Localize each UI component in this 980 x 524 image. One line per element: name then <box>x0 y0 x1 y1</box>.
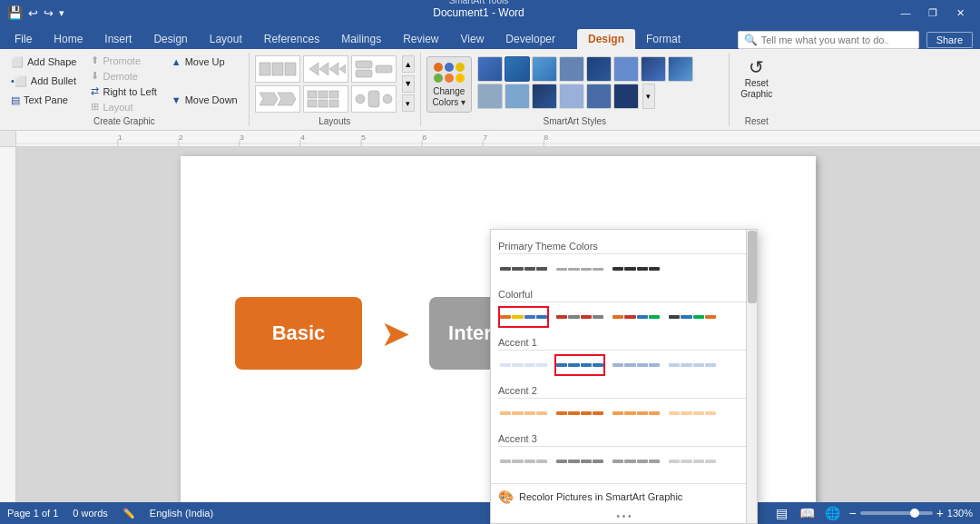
layout-item-6[interactable] <box>351 85 397 113</box>
layout-button[interactable]: ⊞ Layout <box>85 99 162 114</box>
restore-button[interactable]: ❐ <box>920 0 946 25</box>
tab-smartart-design[interactable]: Design <box>577 29 635 49</box>
style-2[interactable] <box>505 56 530 82</box>
demote-button[interactable]: ⬇ Demote <box>85 68 162 84</box>
style-5[interactable] <box>586 56 612 82</box>
move-down-button[interactable]: ▼ Move Down <box>166 91 243 109</box>
read-mode-btn[interactable]: 📖 <box>798 505 816 521</box>
layout-item-1[interactable] <box>255 55 300 83</box>
edit-icon[interactable]: ✏️ <box>122 508 135 519</box>
style-1[interactable] <box>477 56 503 82</box>
zoom-in-btn[interactable]: + <box>936 506 944 520</box>
primary-option-1[interactable] <box>498 258 549 280</box>
save-icon[interactable]: 💾 <box>7 5 23 20</box>
tab-references[interactable]: References <box>253 29 330 49</box>
tab-file[interactable]: File <box>4 29 43 49</box>
move-up-icon: ▲ <box>172 56 181 67</box>
zoom-out-btn[interactable]: − <box>848 506 856 520</box>
tab-insert[interactable]: Insert <box>93 29 142 49</box>
print-layout-btn[interactable]: ▤ <box>772 505 790 521</box>
style-8[interactable] <box>668 56 693 82</box>
svg-text:4: 4 <box>300 133 305 141</box>
smartart-box-basic[interactable]: Basic <box>235 297 362 370</box>
style-4[interactable] <box>559 56 584 82</box>
accent2-option-4[interactable] <box>667 402 718 424</box>
gallery-down-arrow[interactable]: ▼ <box>402 75 415 93</box>
colorful-option-3[interactable] <box>611 306 662 328</box>
reset-graphic-button[interactable]: ↺ ResetGraphic <box>737 53 776 104</box>
colorful-option-2[interactable] <box>554 306 605 328</box>
style-expand-arrow[interactable]: ▾ <box>642 84 655 109</box>
accent3-option-1[interactable] <box>498 450 549 472</box>
dropdown-scrollbar[interactable] <box>746 230 757 523</box>
style-10[interactable] <box>505 84 530 109</box>
accent1-option-4[interactable] <box>667 354 718 376</box>
style-12[interactable] <box>559 84 584 109</box>
style-7[interactable] <box>641 56 666 82</box>
promote-button[interactable]: ⬆ Promote <box>85 53 162 68</box>
ribbon-tabs: File Home Insert Design Layout Reference… <box>0 25 980 49</box>
accent1-option-3[interactable] <box>611 354 662 376</box>
zoom-thumb[interactable] <box>910 509 919 518</box>
style-9[interactable] <box>477 84 503 109</box>
close-button[interactable]: ✕ <box>947 0 973 25</box>
redo-icon[interactable]: ↪ <box>44 6 54 20</box>
add-bullet-button[interactable]: •⬜ Add Bullet <box>5 72 82 90</box>
svg-rect-9 <box>376 65 392 73</box>
search-icon: 🔍 <box>744 34 758 46</box>
right-to-left-button[interactable]: ⇄ Right to Left <box>85 84 162 99</box>
accent1-option-2[interactable] <box>554 354 605 376</box>
recolor-pictures-button[interactable]: 🎨 Recolor Pictures in SmartArt Graphic <box>491 483 757 509</box>
zoom-track[interactable] <box>860 511 933 515</box>
tab-home[interactable]: Home <box>43 29 93 49</box>
primary-option-3[interactable] <box>611 258 662 280</box>
search-box[interactable]: 🔍 <box>738 31 919 49</box>
search-input[interactable] <box>761 35 888 45</box>
tab-developer[interactable]: Developer <box>495 29 566 49</box>
tab-review[interactable]: Review <box>392 29 449 49</box>
scroll-thumb[interactable] <box>748 231 757 303</box>
dropdown-scroll-area[interactable]: Primary Theme Colors <box>491 230 757 483</box>
style-13[interactable] <box>586 84 612 109</box>
undo-icon[interactable]: ↩ <box>28 6 38 20</box>
layout-item-4[interactable] <box>255 85 300 113</box>
accent3-option-4[interactable] <box>667 450 718 472</box>
text-pane-button[interactable]: ▤ Text Pane <box>5 91 82 109</box>
gallery-scroll-arrows: ▲ ▼ ▾ <box>402 55 415 112</box>
tab-layout[interactable]: Layout <box>199 29 253 49</box>
tab-view[interactable]: View <box>450 29 495 49</box>
layouts-label: Layouts <box>318 114 350 126</box>
primary-option-2[interactable] <box>554 258 605 280</box>
colorful-option-1[interactable] <box>498 306 549 328</box>
accent3-option-3[interactable] <box>611 450 662 472</box>
tab-design[interactable]: Design <box>142 29 198 49</box>
accent2-option-1[interactable] <box>498 402 549 424</box>
accent2-option-2[interactable] <box>554 402 605 424</box>
svg-rect-17 <box>329 100 338 107</box>
style-11[interactable] <box>532 84 557 109</box>
add-bullet-icon: •⬜ <box>11 75 27 87</box>
layout-item-5[interactable] <box>303 85 348 113</box>
demote-label: Demote <box>103 71 138 82</box>
add-shape-button[interactable]: ⬜ Add Shape <box>5 53 82 71</box>
change-colors-button[interactable]: ChangeColors ▾ <box>426 56 472 113</box>
accent2-option-3[interactable] <box>611 402 662 424</box>
gallery-expand-arrow[interactable]: ▾ <box>402 94 415 112</box>
gallery-up-arrow[interactable]: ▲ <box>402 55 415 73</box>
promote-label: Promote <box>103 55 141 66</box>
minimize-button[interactable]: — <box>893 0 918 25</box>
move-up-button[interactable]: ▲ Move Up <box>166 53 243 71</box>
style-14[interactable] <box>613 84 639 109</box>
tab-smartart-format[interactable]: Format <box>635 29 691 49</box>
style-3[interactable] <box>532 56 557 82</box>
layout-item-3[interactable] <box>351 55 397 83</box>
share-button[interactable]: Share <box>926 32 973 48</box>
web-layout-btn[interactable]: 🌐 <box>823 505 841 521</box>
layout-item-2[interactable] <box>303 55 348 83</box>
accent3-option-2[interactable] <box>554 450 605 472</box>
style-6[interactable] <box>613 56 639 82</box>
tab-mailings[interactable]: Mailings <box>330 29 392 49</box>
accent1-option-1[interactable] <box>498 354 549 376</box>
colorful-option-4[interactable] <box>667 306 718 328</box>
zoom-slider[interactable]: − + 130% <box>848 506 973 520</box>
